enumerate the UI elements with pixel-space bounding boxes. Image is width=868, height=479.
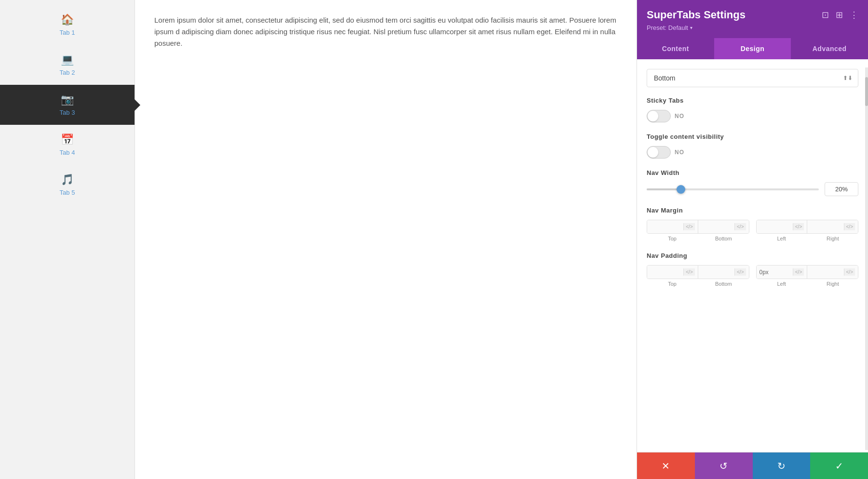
nav-margin-top-cell: </> <box>647 220 698 233</box>
nav-padding-bottom-cell: </> <box>698 266 749 279</box>
toggle-visibility-label: Toggle content visibility <box>647 133 858 140</box>
nav-padding-top-cell: </> <box>647 266 698 279</box>
content-area: Lorem ipsum dolor sit amet, consectetur … <box>135 0 637 479</box>
nav-margin-tb-row: </> </> <box>647 220 749 234</box>
nav-width-value[interactable] <box>825 182 858 196</box>
nav-margin-top-label: Top <box>647 236 698 241</box>
nav-padding-left-label: Left <box>756 281 807 287</box>
settings-header: SuperTabs Settings ⊡ ⊞ ⋮ Preset: Default… <box>637 0 868 38</box>
screenshot-icon[interactable]: ⊡ <box>822 10 829 20</box>
nav-padding-top-code-icon[interactable]: </> <box>683 268 694 276</box>
tab2-label: Tab 2 <box>60 69 75 76</box>
nav-margin-top-input[interactable] <box>650 224 683 230</box>
toggle-visibility-thumb <box>648 147 658 158</box>
tab4-label: Tab 4 <box>60 149 75 156</box>
settings-scrollbar-thumb[interactable] <box>865 77 868 106</box>
settings-title-icons: ⊡ ⊞ ⋮ <box>822 10 858 20</box>
nav-margin-left-label: Left <box>756 236 807 241</box>
nav-padding-left-pair: </> </> Top Bottom <box>647 265 749 287</box>
nav-margin-right-cell: </> <box>807 220 858 233</box>
preset-label: Preset: Default <box>647 24 688 31</box>
calendar-icon: 📅 <box>61 133 74 146</box>
sidebar-item-tab5[interactable]: 🎵 Tab 5 <box>0 165 135 205</box>
cancel-button[interactable]: ✕ <box>637 452 695 479</box>
nav-margin-left-cell: </> <box>757 220 808 233</box>
nav-padding-right-code-icon[interactable]: </> <box>844 268 855 276</box>
nav-padding-bottom-code-icon[interactable]: </> <box>734 268 746 276</box>
tab-design[interactable]: Design <box>714 38 791 59</box>
nav-margin-bottom-input[interactable] <box>701 224 734 230</box>
content-text: Lorem ipsum dolor sit amet, consectetur … <box>154 14 617 49</box>
nav-margin-section: Nav Margin </> </> <box>647 207 858 241</box>
tab5-label: Tab 5 <box>60 189 75 196</box>
tab-advanced[interactable]: Advanced <box>791 38 868 59</box>
sticky-tabs-value: NO <box>675 113 684 120</box>
settings-title: SuperTabs Settings <box>647 9 746 21</box>
nav-width-slider[interactable] <box>647 188 819 190</box>
slider-thumb[interactable] <box>677 185 685 194</box>
tab-sidebar: 🏠 Tab 1 💻 Tab 2 📷 Tab 3 📅 Tab 4 🎵 Tab 5 <box>0 0 135 479</box>
nav-width-label: Nav Width <box>647 169 858 176</box>
more-icon[interactable]: ⋮ <box>850 10 858 20</box>
settings-title-row: SuperTabs Settings ⊡ ⊞ ⋮ <box>647 9 858 21</box>
toggle-visibility-section: Toggle content visibility NO <box>647 133 858 159</box>
nav-width-slider-row <box>647 182 858 196</box>
sticky-tabs-track[interactable] <box>647 110 671 122</box>
nav-width-section: Nav Width <box>647 169 858 196</box>
tab1-label: Tab 1 <box>60 29 75 36</box>
tab3-label: Tab 3 <box>60 109 75 116</box>
nav-margin-label: Nav Margin <box>647 207 858 214</box>
grid-icon[interactable]: ⊞ <box>836 10 843 20</box>
sidebar-item-tab3[interactable]: 📷 Tab 3 <box>0 85 135 125</box>
nav-padding-left-cell: </> <box>757 266 808 279</box>
nav-margin-top-code-icon[interactable]: </> <box>683 223 694 230</box>
sticky-tabs-toggle[interactable]: NO <box>647 110 858 122</box>
nav-padding-left-input[interactable] <box>760 269 793 276</box>
nav-margin-right-label: Right <box>807 236 858 241</box>
settings-tab-bar: Content Design Advanced <box>637 38 868 59</box>
toggle-visibility-value: NO <box>675 149 684 156</box>
sidebar-item-tab4[interactable]: 📅 Tab 4 <box>0 125 135 165</box>
nav-margin-bottom-label: Bottom <box>698 236 749 241</box>
music-icon: 🎵 <box>61 173 74 186</box>
nav-padding-left-code-icon[interactable]: </> <box>793 268 804 276</box>
nav-margin-right-input[interactable] <box>810 224 843 230</box>
tab-content[interactable]: Content <box>637 38 714 59</box>
nav-margin-left-input[interactable] <box>760 224 793 230</box>
redo-button[interactable]: ↻ <box>753 452 811 479</box>
nav-padding-inputs: </> </> Top Bottom <box>647 265 858 287</box>
nav-padding-right-input[interactable] <box>810 269 843 276</box>
sticky-tabs-label: Sticky Tabs <box>647 97 858 104</box>
nav-padding-tb-labels: Top Bottom <box>647 281 749 287</box>
sidebar-item-tab2[interactable]: 💻 Tab 2 <box>0 45 135 85</box>
sidebar-item-tab1[interactable]: 🏠 Tab 1 <box>0 5 135 45</box>
position-dropdown[interactable]: Bottom Top Left Right <box>647 69 858 87</box>
nav-padding-top-label: Top <box>647 281 698 287</box>
undo-button[interactable]: ↺ <box>695 452 753 479</box>
nav-padding-bottom-label: Bottom <box>698 281 749 287</box>
save-button[interactable]: ✓ <box>810 452 868 479</box>
settings-panel: SuperTabs Settings ⊡ ⊞ ⋮ Preset: Default… <box>637 0 868 479</box>
toggle-visibility-track[interactable] <box>647 146 671 159</box>
nav-margin-lr-labels: Left Right <box>756 236 859 241</box>
position-dropdown-wrapper: Bottom Top Left Right ⬆⬇ <box>647 69 858 87</box>
nav-margin-right-code-icon[interactable]: </> <box>844 223 855 230</box>
toggle-visibility-toggle[interactable]: NO <box>647 146 858 159</box>
sticky-tabs-thumb <box>648 111 658 121</box>
nav-padding-right-pair: </> </> Left Right <box>756 265 859 287</box>
laptop-icon: 💻 <box>61 53 74 66</box>
nav-padding-label: Nav Padding <box>647 252 858 259</box>
nav-padding-section: Nav Padding </> </> <box>647 252 858 287</box>
preset-row[interactable]: Preset: Default ▾ <box>647 24 858 31</box>
nav-padding-top-input[interactable] <box>650 269 683 276</box>
slider-fill <box>647 188 681 190</box>
nav-padding-bottom-input[interactable] <box>701 269 734 276</box>
home-icon: 🏠 <box>61 13 74 26</box>
settings-scrollbar[interactable] <box>865 67 868 450</box>
nav-margin-left-code-icon[interactable]: </> <box>793 223 804 230</box>
nav-padding-lr-row: </> </> <box>756 265 859 279</box>
nav-margin-bottom-cell: </> <box>698 220 749 233</box>
nav-margin-bottom-code-icon[interactable]: </> <box>734 223 746 230</box>
nav-margin-inputs: </> </> Top Bottom <box>647 220 858 241</box>
sticky-tabs-section: Sticky Tabs NO <box>647 97 858 122</box>
